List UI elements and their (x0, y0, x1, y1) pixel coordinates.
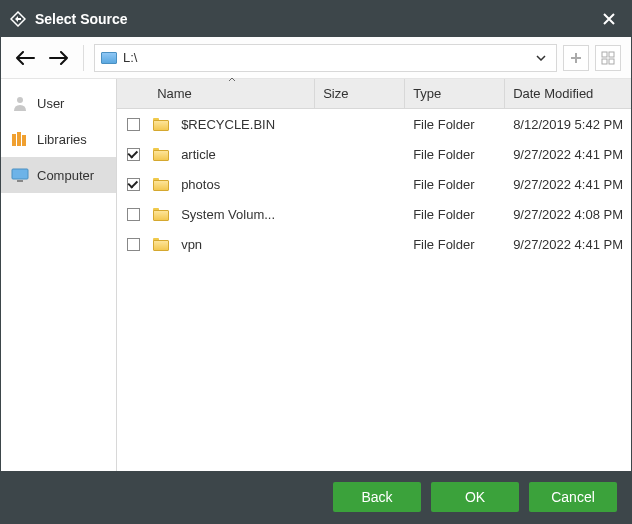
row-name: article (173, 147, 315, 162)
table-row[interactable]: $RECYCLE.BIN File Folder 8/12/2019 5:42 … (117, 109, 631, 139)
svg-rect-9 (17, 180, 23, 182)
row-date: 9/27/2022 4:08 PM (505, 207, 631, 222)
folder-icon (149, 148, 173, 161)
checkbox-icon (127, 238, 140, 251)
nav-back-button[interactable] (11, 44, 39, 72)
nav-forward-button[interactable] (45, 44, 73, 72)
row-checkbox[interactable] (117, 178, 149, 191)
row-name: $RECYCLE.BIN (173, 117, 315, 132)
row-checkbox[interactable] (117, 148, 149, 161)
libraries-icon (11, 131, 29, 147)
svg-rect-5 (12, 134, 16, 146)
row-type: File Folder (405, 177, 505, 192)
svg-rect-2 (602, 59, 607, 64)
folder-icon (149, 238, 173, 251)
row-type: File Folder (405, 147, 505, 162)
svg-rect-7 (22, 135, 26, 146)
sidebar-item-computer[interactable]: Computer (1, 157, 116, 193)
row-checkbox[interactable] (117, 208, 149, 221)
toolbar-separator (83, 45, 84, 71)
column-label: Size (323, 86, 348, 101)
sidebar-item-label: Libraries (37, 132, 87, 147)
file-list-panel: Name Size Type Date Modified $RECYCLE.BI… (117, 79, 631, 471)
column-header-checkbox (117, 79, 149, 108)
column-header-name[interactable]: Name (149, 79, 315, 108)
file-rows: $RECYCLE.BIN File Folder 8/12/2019 5:42 … (117, 109, 631, 471)
row-type: File Folder (405, 237, 505, 252)
folder-icon (149, 208, 173, 221)
titlebar: Select Source (1, 1, 631, 37)
checkbox-icon (127, 208, 140, 221)
checkbox-icon (127, 178, 140, 191)
plus-icon (569, 51, 583, 65)
row-date: 9/27/2022 4:41 PM (505, 147, 631, 162)
row-type: File Folder (405, 117, 505, 132)
column-label: Type (413, 86, 441, 101)
row-checkbox[interactable] (117, 238, 149, 251)
path-dropdown-button[interactable] (532, 49, 550, 67)
row-name: vpn (173, 237, 315, 252)
column-header-size[interactable]: Size (315, 79, 405, 108)
footer: Back OK Cancel (1, 471, 631, 523)
column-label: Date Modified (513, 86, 593, 101)
row-date: 9/27/2022 4:41 PM (505, 177, 631, 192)
table-row[interactable]: photos File Folder 9/27/2022 4:41 PM (117, 169, 631, 199)
folder-icon (149, 178, 173, 191)
column-header-type[interactable]: Type (405, 79, 505, 108)
sidebar-item-label: Computer (37, 168, 94, 183)
checkbox-icon (127, 118, 140, 131)
select-source-dialog: Select Source L:\ (0, 0, 632, 524)
row-date: 9/27/2022 4:41 PM (505, 237, 631, 252)
sort-ascending-icon (228, 77, 236, 82)
row-name: photos (173, 177, 315, 192)
toolbar: L:\ (1, 37, 631, 79)
svg-rect-6 (17, 132, 21, 146)
sidebar: User Libraries Computer (1, 79, 117, 471)
close-icon (602, 12, 616, 26)
column-headers: Name Size Type Date Modified (117, 79, 631, 109)
path-label: L:\ (123, 50, 526, 65)
table-row[interactable]: article File Folder 9/27/2022 4:41 PM (117, 139, 631, 169)
chevron-down-icon (536, 55, 546, 61)
svg-point-4 (17, 97, 23, 103)
drive-icon (101, 52, 117, 64)
svg-rect-0 (602, 52, 607, 57)
user-icon (11, 95, 29, 111)
ok-button[interactable]: OK (431, 482, 519, 512)
arrow-right-icon (49, 51, 69, 65)
row-type: File Folder (405, 207, 505, 222)
column-label: Name (157, 86, 192, 101)
row-checkbox[interactable] (117, 118, 149, 131)
close-button[interactable] (595, 5, 623, 33)
sidebar-item-libraries[interactable]: Libraries (1, 121, 116, 157)
table-row[interactable]: vpn File Folder 9/27/2022 4:41 PM (117, 229, 631, 259)
cancel-button[interactable]: Cancel (529, 482, 617, 512)
table-row[interactable]: System Volum... File Folder 9/27/2022 4:… (117, 199, 631, 229)
folder-icon (149, 118, 173, 131)
svg-rect-3 (609, 59, 614, 64)
row-date: 8/12/2019 5:42 PM (505, 117, 631, 132)
back-button[interactable]: Back (333, 482, 421, 512)
grid-icon (601, 51, 615, 65)
svg-rect-1 (609, 52, 614, 57)
column-header-date[interactable]: Date Modified (505, 79, 631, 108)
sidebar-item-label: User (37, 96, 64, 111)
title-text: Select Source (35, 11, 595, 27)
svg-rect-8 (12, 169, 28, 179)
sidebar-item-user[interactable]: User (1, 85, 116, 121)
view-mode-button[interactable] (595, 45, 621, 71)
arrow-left-icon (15, 51, 35, 65)
new-folder-button[interactable] (563, 45, 589, 71)
checkbox-icon (127, 148, 140, 161)
computer-icon (11, 167, 29, 183)
row-name: System Volum... (173, 207, 315, 222)
app-icon (9, 10, 27, 28)
path-box[interactable]: L:\ (94, 44, 557, 72)
